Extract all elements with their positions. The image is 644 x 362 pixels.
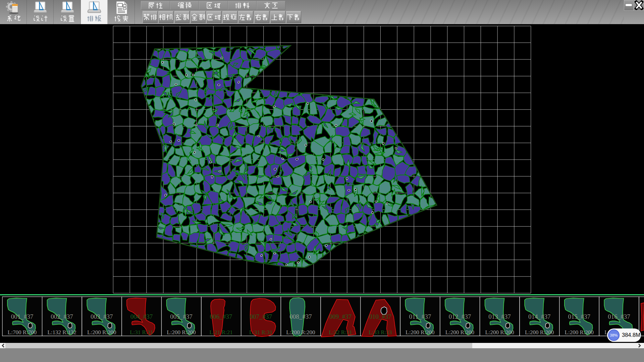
svg-text:L:200 R:200: L:200 R:200 bbox=[406, 329, 434, 336]
svg-text:008_#37: 008_#37 bbox=[289, 313, 312, 320]
svg-text:007_#37: 007_#37 bbox=[250, 313, 272, 320]
svg-text:L:21 R:21: L:21 R:21 bbox=[209, 329, 232, 336]
svg-text:014_#37: 014_#37 bbox=[528, 313, 551, 320]
svg-text:002_#37: 002_#37 bbox=[51, 313, 73, 320]
svg-text:013_#37: 013_#37 bbox=[488, 313, 511, 320]
svg-text:L:700 R:700: L:700 R:700 bbox=[8, 329, 37, 336]
svg-text:L:33 R:33: L:33 R:33 bbox=[369, 329, 392, 336]
svg-text:012_#37: 012_#37 bbox=[449, 313, 471, 320]
svg-text:L:200 R:200: L:200 R:200 bbox=[167, 329, 196, 336]
svg-text:L:200 R:200: L:200 R:200 bbox=[87, 329, 116, 336]
svg-text:015_#37: 015_#37 bbox=[568, 313, 591, 320]
svg-text:L:132 R:132: L:132 R:132 bbox=[47, 329, 76, 336]
svg-text:016_#37: 016_#37 bbox=[608, 313, 630, 320]
svg-text:L:31 R:31: L:31 R:31 bbox=[130, 329, 153, 336]
svg-text:006_#37: 006_#37 bbox=[210, 313, 232, 320]
svg-text:L:200 R:200: L:200 R:200 bbox=[445, 329, 474, 336]
svg-text:004_#37: 004_#37 bbox=[130, 313, 153, 320]
svg-text:L:200 R:200: L:200 R:200 bbox=[565, 329, 594, 336]
svg-text:L:200 R:200: L:200 R:200 bbox=[286, 329, 315, 336]
svg-text:009_#37: 009_#37 bbox=[329, 313, 352, 320]
svg-text:010_#37: 010_#37 bbox=[369, 313, 391, 320]
svg-text:L:200 R:200: L:200 R:200 bbox=[525, 329, 554, 336]
svg-text:003_#37: 003_#37 bbox=[91, 313, 113, 320]
svg-text:001_#37: 001_#37 bbox=[11, 313, 34, 320]
svg-text:L:32 R:31: L:32 R:31 bbox=[329, 329, 352, 336]
svg-text:L:200 R:200: L:200 R:200 bbox=[485, 329, 514, 336]
svg-text:L:31 R:31: L:31 R:31 bbox=[249, 329, 272, 336]
svg-text:011_#37: 011_#37 bbox=[409, 313, 431, 320]
svg-text:005_#37: 005_#37 bbox=[170, 313, 193, 320]
